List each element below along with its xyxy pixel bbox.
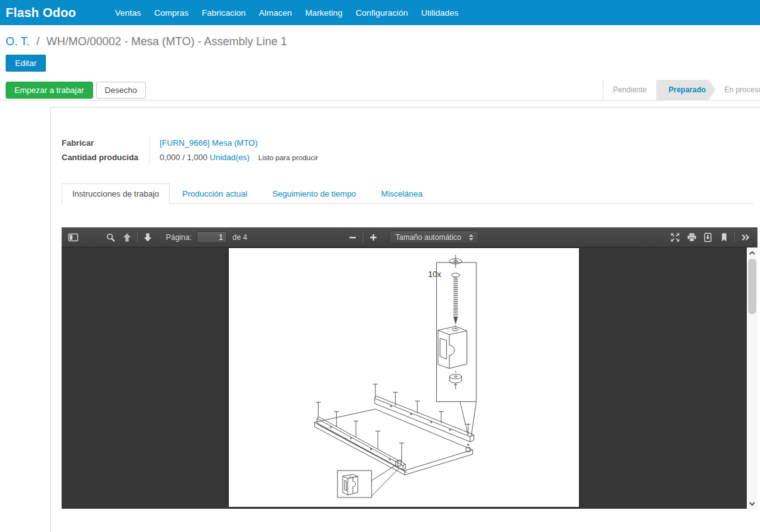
status-step-pendiente[interactable]: Pendiente <box>603 80 656 100</box>
scroll-down-button[interactable] <box>747 499 757 508</box>
menu-item-utilidades[interactable]: Utilidades <box>421 8 458 18</box>
status-step-en-proceso[interactable]: En proceso <box>715 80 760 100</box>
assembly-drawing: 10x <box>229 248 579 507</box>
search-button[interactable] <box>102 229 119 246</box>
quantity-separator: / <box>182 153 185 162</box>
print-icon <box>686 232 697 242</box>
quantity-annotation: 10x <box>428 269 441 279</box>
next-page-icon <box>143 232 153 242</box>
previous-page-button[interactable] <box>119 229 135 246</box>
zoom-in-button[interactable] <box>365 229 382 246</box>
product-link[interactable]: [FURN_9666] Mesa (MTO) <box>160 138 258 148</box>
page-title: WH/MO/00002 - Mesa (MTO) - Assembly Line… <box>47 35 287 48</box>
bookmark-icon <box>719 232 729 242</box>
zoom-select-value: Tamaño automático <box>395 233 461 242</box>
menu-item-ventas[interactable]: Ventas <box>115 8 141 18</box>
print-button[interactable] <box>683 229 700 246</box>
quantity-planned: 1,000 <box>187 153 207 162</box>
menu-item-almacen[interactable]: Almacen <box>259 8 292 18</box>
quantity-field-label: Cantidad producida <box>62 150 150 165</box>
zoom-out-icon <box>348 232 358 242</box>
download-icon <box>703 232 713 242</box>
chevron-down-icon <box>749 501 756 506</box>
scrollbar-thumb[interactable] <box>748 259 756 314</box>
pdf-canvas-area: 10x <box>62 247 757 509</box>
menu-item-compras[interactable]: Compras <box>154 8 189 18</box>
sidebar-toggle-icon <box>68 232 79 242</box>
fullscreen-button[interactable] <box>667 229 683 246</box>
tab-seguimiento-de-tiempo[interactable]: Seguimiento de tiempo <box>260 184 368 204</box>
tab-produccion-actual[interactable]: Producción actual <box>170 184 260 204</box>
pdf-viewer: Página: de 4 Tamaño automático <box>62 227 757 509</box>
scroll-up-button[interactable] <box>747 248 757 258</box>
pdf-toolbar: Página: de 4 Tamaño automático <box>62 227 757 247</box>
produce-field-label: Fabricar <box>62 136 150 150</box>
zoom-out-button[interactable] <box>344 229 361 246</box>
zoom-select[interactable]: Tamaño automático <box>389 231 478 244</box>
start-working-button[interactable]: Empezar a trabajar <box>6 82 93 99</box>
breadcrumb-separator: / <box>36 35 40 48</box>
availability-status: Listo para producir <box>258 154 318 161</box>
app-brand[interactable]: Flash Odoo <box>0 6 76 20</box>
page-number-input[interactable] <box>197 231 227 243</box>
status-step-preparado[interactable]: Preparado <box>656 80 715 100</box>
previous-page-icon <box>122 232 132 242</box>
page-label: Página: <box>166 233 192 242</box>
statusbar: Empezar a trabajar Desecho Pendiente Pre… <box>0 80 760 100</box>
fullscreen-icon <box>670 232 680 242</box>
page-count: de 4 <box>233 233 247 242</box>
tab-instrucciones-de-trabajo[interactable]: Instrucciones de trabajo <box>62 183 170 204</box>
more-tools-icon <box>740 232 751 242</box>
sidebar-toggle-button[interactable] <box>65 229 81 246</box>
next-page-button[interactable] <box>140 229 156 246</box>
tab-miscelanea[interactable]: Miscelánea <box>368 184 435 204</box>
quantity-done: 0,000 <box>160 153 180 162</box>
zoom-in-icon <box>368 232 378 242</box>
scrap-button[interactable]: Desecho <box>96 82 146 99</box>
pdf-scrollbar[interactable] <box>747 247 757 509</box>
menu-item-fabricacion[interactable]: Fabricacion <box>202 8 246 18</box>
breadcrumb-parent-link[interactable]: O. T. <box>6 35 30 48</box>
menu-item-marketing[interactable]: Marketing <box>305 8 342 18</box>
download-button[interactable] <box>700 229 716 246</box>
search-icon <box>106 232 116 242</box>
spinner-arrows-icon <box>468 234 474 241</box>
breadcrumb: O. T. / WH/MO/00002 - Mesa (MTO) - Assem… <box>0 25 760 48</box>
more-tools-button[interactable] <box>737 229 753 246</box>
top-navbar: Flash Odoo Ventas Compras Fabricacion Al… <box>0 0 760 25</box>
notebook-tabs: Instrucciones de trabajo Producción actu… <box>62 183 753 204</box>
menu-item-configuracion[interactable]: Configuración <box>356 8 408 18</box>
bookmark-button[interactable] <box>716 229 732 246</box>
uom-link[interactable]: Unidad(es) <box>210 153 250 162</box>
field-group: Fabricar [FURN_9666] Mesa (MTO) Cantidad… <box>62 136 464 165</box>
statusbar-buttons: Empezar a trabajar Desecho <box>0 80 146 100</box>
pdf-page: 10x <box>229 248 579 507</box>
main-menu: Ventas Compras Fabricacion Almacen Marke… <box>115 8 458 18</box>
form-sheet: Fabricar [FURN_9666] Mesa (MTO) Cantidad… <box>50 107 760 532</box>
chevron-up-icon <box>749 251 756 256</box>
edit-button[interactable]: Editar <box>6 55 46 72</box>
statusbar-pipeline: Pendiente Preparado En proceso <box>603 80 760 100</box>
